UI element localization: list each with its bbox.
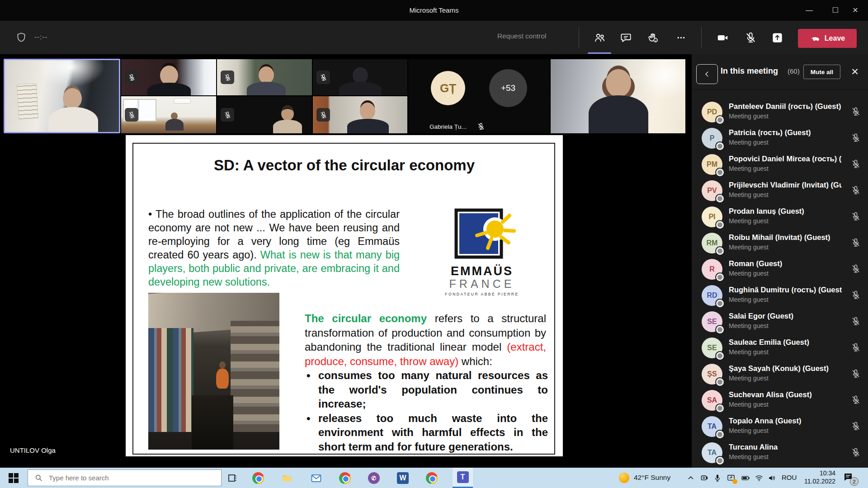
- taskbar-app-chrome-3[interactable]: [425, 472, 438, 484]
- participant-row[interactable]: ȘS Şaya Sayah (Konuk) (Guest) Meeting gu…: [692, 361, 868, 387]
- ellipsis-icon: [675, 32, 687, 44]
- emmaus-france-logo: EMMAÜS FRANCE FONDATEUR ABBÉ PIERRE: [442, 206, 522, 299]
- mic-off-icon[interactable]: [851, 395, 861, 405]
- participant-row[interactable]: PI Prodan Ianuș (Guest) Meeting guest: [692, 204, 868, 230]
- mic-off-icon[interactable]: [851, 316, 861, 326]
- mic-off-icon[interactable]: [851, 447, 861, 457]
- mic-off-icon[interactable]: [851, 421, 861, 431]
- photo-detail: [216, 369, 229, 389]
- toolbar-divider: [701, 27, 702, 48]
- taskbar-app-mail[interactable]: [310, 472, 322, 484]
- task-view-button[interactable]: [226, 472, 238, 484]
- participant-row[interactable]: RM Roibu Mihail (Invitat) (Guest) Meetin…: [692, 230, 868, 256]
- participant-row[interactable]: R Roman (Guest) Meeting guest: [692, 256, 868, 282]
- tray-volume-icon[interactable]: [767, 473, 778, 483]
- video-tile[interactable]: [121, 96, 216, 133]
- participant-row[interactable]: PV Prijilevschi Vladimir (Invitat) (Gu..…: [692, 178, 868, 204]
- taskbar-clock[interactable]: 10:34 11.02.2022: [797, 469, 835, 487]
- avatar-initials: RD: [707, 291, 717, 300]
- video-tile-presenter[interactable]: [4, 59, 120, 133]
- participant-row[interactable]: RD Rughină Dumitru (гость) (Guest) Meeti…: [692, 282, 868, 309]
- tray-battery-icon[interactable]: [740, 473, 751, 483]
- mic-off-icon[interactable]: [851, 159, 861, 169]
- overflow-count-badge[interactable]: +53: [489, 69, 527, 107]
- mute-all-button[interactable]: Mute all: [803, 65, 840, 79]
- participant-row[interactable]: P Patricia (гость) (Guest) Meeting guest: [692, 125, 868, 151]
- participant-row[interactable]: PD Panteleev Daniil (гость) (Guest) Meet…: [692, 99, 868, 125]
- mic-off-icon[interactable]: [851, 264, 861, 274]
- mic-off-icon[interactable]: [851, 238, 861, 248]
- participant-name: Roibu Mihail (Invitat) (Guest): [729, 233, 842, 242]
- participant-name: Salai Egor (Guest): [729, 312, 842, 320]
- avatar: SE: [702, 338, 722, 358]
- minimize-button[interactable]: —: [797, 0, 822, 21]
- taskbar-app-teams-active[interactable]: T: [453, 468, 473, 488]
- slide-text-green: The circular economy: [305, 312, 427, 324]
- weather-sun-icon[interactable]: [619, 473, 629, 483]
- video-tile[interactable]: [313, 59, 407, 95]
- status-badge: [716, 116, 724, 124]
- request-control-button[interactable]: Request control: [497, 32, 547, 40]
- reactions-button[interactable]: [642, 27, 663, 48]
- taskbar-app-word[interactable]: W: [396, 472, 409, 484]
- tray-screenshare-icon[interactable]: [726, 473, 736, 483]
- taskbar-app-chrome-2[interactable]: [339, 472, 351, 484]
- participant-row[interactable]: TA Topalo Anna (Guest) Meeting guest: [692, 413, 868, 440]
- tray-wifi-icon[interactable]: [754, 473, 764, 483]
- video-tile-large[interactable]: [551, 59, 685, 133]
- participant-row[interactable]: TA Turcanu Alina Meeting guest: [692, 440, 868, 466]
- participant-row[interactable]: SE Sauleac Emilia (Guest) Meeting guest: [692, 335, 868, 361]
- share-screen-icon: [771, 32, 783, 44]
- video-tile[interactable]: [217, 59, 312, 95]
- language-indicator[interactable]: ROU: [782, 474, 797, 481]
- tray-mic-icon[interactable]: [712, 473, 723, 483]
- leave-button[interactable]: Leave: [798, 29, 857, 48]
- tray-camera-icon[interactable]: [699, 473, 710, 483]
- participant-role: Meeting guest: [729, 375, 769, 382]
- avatar: TA: [702, 416, 722, 437]
- avatar-initials: PM: [707, 160, 717, 169]
- status-badge: [716, 378, 724, 386]
- app-title: Microsoft Teams: [0, 0, 868, 21]
- mic-off-icon[interactable]: [851, 133, 861, 143]
- participant-row[interactable]: SE Salai Egor (Guest) Meeting guest: [692, 309, 868, 335]
- participant-video-person: [281, 107, 294, 121]
- mic-off-icon[interactable]: [851, 343, 861, 352]
- taskbar-search[interactable]: [28, 469, 222, 486]
- notification-dot: [732, 479, 737, 484]
- panel-collapse-button[interactable]: [696, 64, 718, 84]
- panel-close-button[interactable]: ✕: [847, 64, 863, 80]
- share-button[interactable]: [767, 27, 788, 48]
- chat-toggle-button[interactable]: [615, 27, 636, 48]
- mic-off-icon[interactable]: [851, 185, 861, 195]
- participant-role: Meeting guest: [729, 217, 769, 225]
- mic-off-icon[interactable]: [851, 369, 861, 379]
- mic-toggle-button[interactable]: [740, 27, 761, 48]
- participants-toggle-button[interactable]: [589, 27, 610, 48]
- security-shield-icon: [15, 32, 27, 43]
- weather-label[interactable]: 42°F Sunny: [634, 474, 670, 482]
- tray-expand-button[interactable]: [685, 473, 696, 483]
- video-tile[interactable]: [121, 59, 216, 95]
- taskbar-app-chrome[interactable]: [252, 472, 264, 484]
- avatar-initials: PV: [707, 187, 717, 195]
- participant-row[interactable]: PM Popovici Daniel Mircea (гость) (... M…: [692, 151, 868, 178]
- participants-panel: In this meeting (60) Mute all ✕ PD Pante…: [692, 54, 868, 468]
- taskbar-app-viber[interactable]: ✆: [368, 472, 380, 484]
- taskbar-app-file-explorer[interactable]: [281, 472, 293, 484]
- bullet-text: releases too much waste into the environ…: [318, 411, 548, 454]
- audio-participant-tile[interactable]: GȚ Gabriela Țu... +53: [408, 59, 550, 133]
- video-tile[interactable]: [313, 96, 407, 133]
- mic-off-icon[interactable]: [851, 290, 861, 300]
- camera-toggle-button[interactable]: [712, 27, 733, 48]
- mic-off-icon[interactable]: [851, 107, 861, 117]
- notification-center-button[interactable]: 2: [843, 472, 856, 483]
- chevron-left-icon: [703, 70, 711, 78]
- start-button[interactable]: [5, 471, 22, 484]
- more-options-button[interactable]: [670, 27, 691, 48]
- search-input[interactable]: [49, 474, 198, 482]
- participant-row[interactable]: SA Suchevan Alisa (Guest) Meeting guest: [692, 387, 868, 413]
- video-tile[interactable]: [217, 96, 312, 133]
- mic-off-icon[interactable]: [851, 211, 861, 221]
- close-button[interactable]: ✕: [843, 0, 868, 21]
